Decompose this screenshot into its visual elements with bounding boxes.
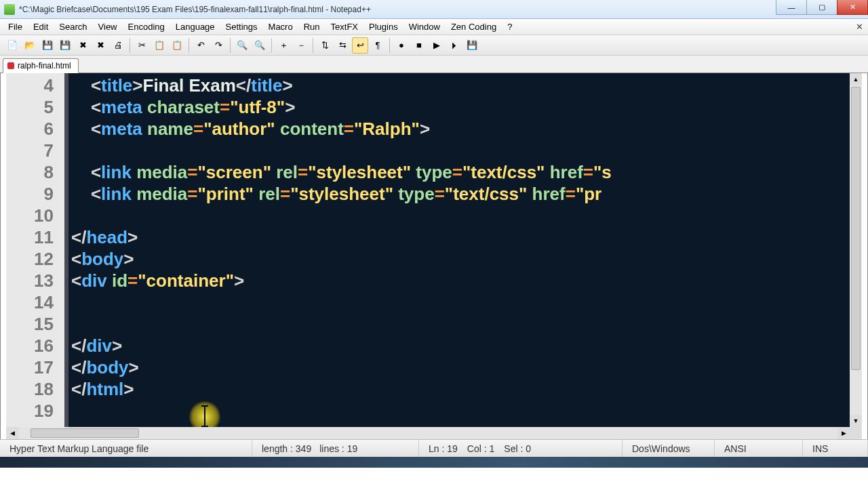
line-number: 11	[6, 226, 54, 248]
file-tab-label: ralph-final.html	[18, 61, 71, 70]
code-line[interactable]: <link media="screen" rel="stylesheet" ty…	[68, 161, 862, 183]
status-insert-mode: INS	[803, 440, 868, 457]
macro-play-icon: ▶	[433, 40, 440, 50]
zoom-out-icon: －	[297, 39, 306, 52]
sync-v-button[interactable]: ⇅	[317, 37, 333, 54]
macro-record-button[interactable]: ●	[393, 37, 410, 54]
menu-[interactable]: ?	[502, 20, 517, 33]
scroll-right-arrow-icon[interactable]: ▶	[837, 427, 850, 439]
save-all-icon: 💾	[60, 40, 71, 50]
code-line[interactable]: <body>	[68, 248, 862, 270]
zoom-in-button[interactable]: ＋	[275, 37, 292, 54]
paste-button[interactable]: 📋	[169, 37, 185, 54]
macro-play-button[interactable]: ▶	[429, 37, 445, 54]
line-number: 13	[6, 270, 54, 291]
macro-stop-button[interactable]: ■	[411, 37, 427, 54]
macro-record-icon: ●	[399, 40, 404, 50]
close-file-button[interactable]: ✖	[75, 37, 91, 54]
show-all-button[interactable]: ¶	[370, 37, 386, 54]
menu-plugins[interactable]: Plugins	[363, 20, 403, 33]
document-close-button[interactable]: ✕	[853, 21, 865, 33]
menu-encoding[interactable]: Encoding	[123, 20, 170, 33]
code-line[interactable]	[68, 400, 862, 422]
save-file-icon: 💾	[42, 40, 53, 50]
code-line[interactable]: </html>	[68, 378, 862, 400]
scroll-down-arrow-icon[interactable]: ▼	[850, 415, 862, 427]
print-button[interactable]: 🖨	[110, 37, 126, 54]
open-file-button[interactable]: 📂	[22, 37, 38, 54]
scroll-up-arrow-icon[interactable]: ▲	[850, 73, 862, 85]
horizontal-scroll-thumb[interactable]	[31, 428, 139, 438]
toolbar-separator	[189, 38, 189, 53]
status-length-lines: length : 349 lines : 19	[252, 440, 419, 457]
vertical-scrollbar[interactable]: ▲ ▼	[850, 73, 862, 427]
macro-save-button[interactable]: 💾	[464, 37, 480, 54]
line-number: 18	[6, 378, 54, 400]
code-line[interactable]: <link media="print" rel="stylesheet" typ…	[68, 183, 862, 205]
scroll-left-arrow-icon[interactable]: ◀	[6, 427, 18, 439]
line-number: 5	[6, 96, 54, 118]
new-file-icon: 📄	[7, 40, 18, 50]
word-wrap-button[interactable]: ↩	[352, 37, 368, 54]
word-wrap-icon: ↩	[357, 40, 364, 50]
code-line[interactable]: </div>	[68, 335, 862, 357]
menu-view[interactable]: View	[93, 20, 123, 33]
unsaved-indicator-icon	[7, 62, 14, 69]
maximize-button[interactable]: ▢	[806, 0, 837, 15]
close-all-button[interactable]: ✖	[92, 37, 108, 54]
code-line[interactable]: <div id="container">	[68, 270, 862, 291]
macro-save-icon: 💾	[467, 40, 477, 50]
code-line[interactable]	[68, 291, 862, 313]
menu-settings[interactable]: Settings	[220, 20, 263, 33]
print-icon: 🖨	[114, 40, 123, 50]
menu-zencoding[interactable]: Zen Coding	[446, 20, 502, 33]
code-line[interactable]: </body>	[68, 357, 862, 378]
code-line[interactable]: </head>	[68, 226, 862, 248]
line-number: 7	[6, 140, 54, 161]
menu-search[interactable]: Search	[54, 20, 92, 33]
undo-button[interactable]: ↶	[193, 37, 209, 54]
horizontal-scrollbar[interactable]: ◀ ▶	[6, 427, 850, 439]
save-all-button[interactable]: 💾	[57, 37, 73, 54]
toolbar-separator	[389, 38, 390, 53]
line-number: 6	[6, 118, 54, 140]
line-number: 8	[6, 161, 54, 183]
toolbar-separator	[130, 38, 130, 53]
menu-run[interactable]: Run	[298, 20, 326, 33]
code-line[interactable]: <meta name="author" content="Ralph">	[68, 118, 862, 140]
menu-file[interactable]: File	[3, 20, 28, 33]
vertical-scroll-thumb[interactable]	[851, 87, 861, 370]
code-line[interactable]: <title>Final Exam</title>	[68, 75, 862, 96]
status-bar: Hyper Text Markup Language file length :…	[0, 439, 868, 457]
menu-macro[interactable]: Macro	[263, 20, 298, 33]
menu-window[interactable]: Window	[403, 20, 446, 33]
editor-area[interactable]: 45678910111213141516171819 <title>Final …	[0, 73, 868, 439]
file-tab[interactable]: ralph-final.html	[3, 58, 79, 73]
sync-h-icon: ⇆	[339, 40, 347, 50]
code-line[interactable]	[68, 313, 862, 335]
code-line[interactable]	[68, 205, 862, 226]
menu-textfx[interactable]: TextFX	[326, 20, 363, 33]
window-controls: — ▢ ✕	[776, 0, 868, 18]
line-number: 4	[6, 75, 54, 96]
minimize-button[interactable]: —	[776, 0, 807, 15]
toolbar-separator	[313, 38, 313, 53]
find-button[interactable]: 🔍	[234, 37, 250, 54]
redo-button[interactable]: ↷	[210, 37, 226, 54]
menu-edit[interactable]: Edit	[28, 20, 54, 33]
code-content[interactable]: <title>Final Exam</title> <meta charaset…	[68, 73, 862, 439]
cut-button[interactable]: ✂	[134, 37, 150, 54]
menu-language[interactable]: Language	[170, 20, 220, 33]
copy-button[interactable]: 📋	[151, 37, 167, 54]
sync-h-button[interactable]: ⇆	[334, 37, 351, 54]
code-line[interactable]	[68, 140, 862, 161]
macro-play-multi-button[interactable]: ⏵	[446, 37, 462, 54]
close-button[interactable]: ✕	[837, 0, 868, 15]
macro-stop-icon: ■	[416, 40, 422, 50]
replace-button[interactable]: 🔍	[252, 37, 268, 54]
zoom-out-button[interactable]: －	[293, 37, 309, 54]
new-file-button[interactable]: 📄	[4, 37, 20, 54]
save-file-button[interactable]: 💾	[39, 37, 56, 54]
code-line[interactable]: <meta charaset="utf-8">	[68, 96, 862, 118]
line-number: 14	[6, 291, 54, 313]
